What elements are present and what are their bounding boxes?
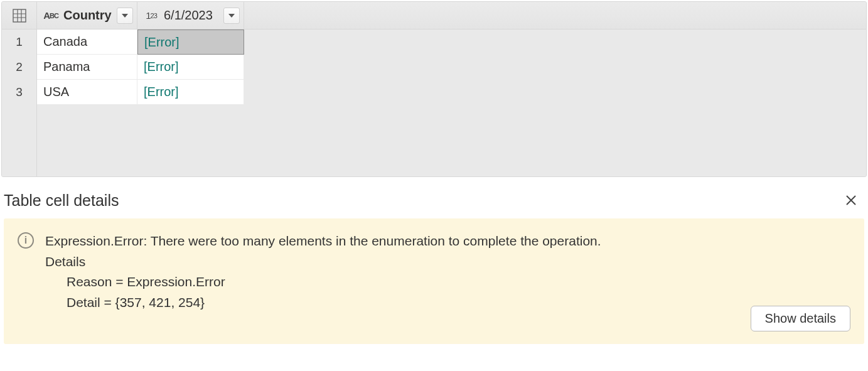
table-icon <box>13 9 26 23</box>
cell-value[interactable]: [Error] <box>137 30 244 55</box>
row-number[interactable]: 1 <box>2 30 36 55</box>
grid-header: ABC Country 123 6/1/2023 <box>2 2 866 30</box>
svg-marker-5 <box>122 14 128 18</box>
error-detail-line: Detail = {357, 421, 254} <box>45 293 601 313</box>
grid-body: 1 2 3 Canada [Error] Panama [Error] USA … <box>2 30 866 176</box>
close-icon <box>845 195 857 206</box>
text-type-icon: ABC <box>42 10 60 21</box>
cell-value[interactable]: [Error] <box>137 55 244 80</box>
error-detail-line: Reason = Expression.Error <box>45 272 601 293</box>
close-button[interactable] <box>840 190 862 211</box>
cell-country[interactable]: Canada <box>37 30 137 55</box>
column-label: 6/1/2023 <box>164 8 220 23</box>
column-header-country[interactable]: ABC Country <box>37 2 137 29</box>
table-row: USA [Error] <box>37 80 244 105</box>
chevron-down-icon <box>121 12 129 19</box>
cell-country[interactable]: USA <box>37 80 137 105</box>
svg-marker-6 <box>228 14 235 18</box>
cell-country[interactable]: Panama <box>37 55 137 80</box>
data-grid: ABC Country 123 6/1/2023 1 2 3 <box>1 1 867 177</box>
show-details-button[interactable]: Show details <box>751 306 850 331</box>
svg-rect-0 <box>13 9 26 22</box>
row-number-gutter: 1 2 3 <box>2 30 37 176</box>
column-filter-button[interactable] <box>223 8 240 24</box>
cell-details-panel: Table cell details i Expression.Error: T… <box>0 177 868 348</box>
row-number[interactable]: 2 <box>2 55 36 80</box>
table-corner-button[interactable] <box>2 2 37 29</box>
error-details-label: Details <box>45 252 601 272</box>
error-message-block: Expression.Error: There were too many el… <box>45 231 601 313</box>
details-header: Table cell details <box>4 190 864 218</box>
grid-cells: Canada [Error] Panama [Error] USA [Error… <box>37 30 244 176</box>
chevron-down-icon <box>228 12 235 19</box>
column-header-date[interactable]: 123 6/1/2023 <box>137 2 244 29</box>
error-message: Expression.Error: There were too many el… <box>45 231 601 252</box>
cell-value[interactable]: [Error] <box>137 80 244 105</box>
info-icon: i <box>18 232 34 249</box>
table-row: Panama [Error] <box>37 55 244 80</box>
error-banner: i Expression.Error: There were too many … <box>4 218 864 344</box>
row-number[interactable]: 3 <box>2 80 36 105</box>
details-title: Table cell details <box>4 191 119 210</box>
table-row: Canada [Error] <box>37 30 244 55</box>
column-label: Country <box>63 8 113 23</box>
number-type-icon: 123 <box>142 10 160 21</box>
column-filter-button[interactable] <box>117 8 133 24</box>
